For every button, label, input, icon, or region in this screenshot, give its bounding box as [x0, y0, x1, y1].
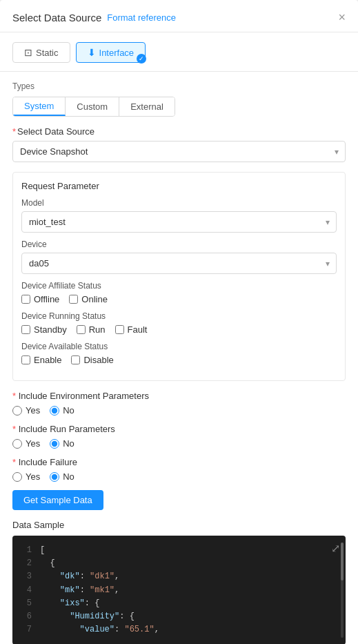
- available-enable-label: Enable: [34, 355, 61, 365]
- close-button[interactable]: ×: [338, 11, 346, 23]
- interface-icon: ⬇: [88, 47, 96, 58]
- line-num-7: 7: [21, 623, 32, 636]
- available-disable-input[interactable]: [71, 355, 80, 364]
- running-status-checkboxes: Standby Run Fault: [21, 324, 337, 335]
- include-failure-yes-input[interactable]: [12, 472, 22, 482]
- available-enable-input[interactable]: [21, 355, 30, 364]
- scrollbar-thumb: [341, 543, 344, 580]
- line-num-1: 1: [21, 544, 32, 557]
- include-env-label: Include Environment Parameters: [12, 391, 346, 401]
- line-num-2: 2: [21, 557, 32, 570]
- running-fault-input[interactable]: [115, 325, 124, 334]
- affiliate-status-label: Device Affiliate Status: [21, 281, 337, 291]
- device-select[interactable]: da05 device_a: [21, 253, 337, 274]
- running-standby-checkbox[interactable]: Standby: [21, 324, 67, 335]
- available-enable-checkbox[interactable]: Enable: [21, 355, 61, 365]
- available-status-label: Device Available Status: [21, 342, 337, 351]
- available-disable-checkbox[interactable]: Disable: [71, 355, 113, 365]
- include-run-label: Include Run Parameters: [12, 424, 346, 434]
- affiliate-online-checkbox[interactable]: Online: [69, 294, 108, 304]
- code-content-5: "ixs": {: [40, 597, 337, 610]
- type-tab-external[interactable]: External: [119, 97, 175, 116]
- device-label: Device: [21, 240, 337, 249]
- affiliate-offline-checkbox[interactable]: Offline: [21, 294, 59, 304]
- include-env-field: Include Environment Parameters Yes No: [12, 391, 346, 416]
- static-label: Static: [36, 48, 59, 58]
- select-datasource-field: Select Data Source Device Snapshot Devic…: [12, 126, 346, 162]
- select-datasource-label: Select Data Source: [12, 126, 346, 137]
- code-content-2: {: [40, 557, 337, 570]
- code-line-3: 3 "dk": "dk1",: [21, 570, 337, 583]
- device-field: Device da05 device_a ▾: [21, 240, 337, 274]
- select-data-source-dialog: Select Data Source Format reference × ⊡ …: [0, 0, 358, 644]
- data-sample-label: Data Sample: [12, 520, 346, 530]
- static-icon: ⊡: [24, 47, 32, 58]
- content-area: Types System Custom External Select Data…: [0, 72, 358, 644]
- include-run-no[interactable]: No: [50, 438, 74, 449]
- include-run-no-label: No: [63, 438, 74, 449]
- include-run-yes-input[interactable]: [12, 439, 22, 449]
- include-env-no-input[interactable]: [50, 406, 59, 416]
- code-content-4: "mk": "mk1",: [40, 584, 337, 597]
- code-block: 1 [ 2 { 3 "dk": "dk1", 4 "mk": "mk1",: [12, 536, 346, 644]
- model-select[interactable]: miot_test model_a: [21, 211, 337, 233]
- interface-label: Interface: [99, 48, 135, 58]
- expand-icon[interactable]: ⤢: [331, 541, 340, 559]
- include-failure-no[interactable]: No: [50, 471, 74, 482]
- device-select-wrapper: da05 device_a ▾: [21, 253, 337, 274]
- include-failure-radios: Yes No: [12, 471, 346, 482]
- types-section: Types System Custom External: [12, 81, 346, 117]
- include-run-radios: Yes No: [12, 438, 346, 449]
- request-parameter-section: Request Parameter Model miot_test model_…: [12, 172, 346, 381]
- running-fault-checkbox[interactable]: Fault: [115, 324, 148, 335]
- type-tab-system[interactable]: System: [13, 97, 66, 116]
- running-run-input[interactable]: [77, 325, 86, 334]
- interface-tab-button[interactable]: ⬇ Interface: [76, 42, 146, 63]
- running-status-label: Device Running Status: [21, 311, 337, 321]
- include-failure-no-label: No: [63, 471, 74, 482]
- select-datasource-select[interactable]: Device Snapshot Device Status Device Lis…: [12, 141, 346, 162]
- code-line-6: 6 "Humidity": {: [21, 610, 337, 623]
- dialog-header: Select Data Source Format reference ×: [0, 0, 358, 32]
- line-num-6: 6: [21, 610, 32, 623]
- running-standby-input[interactable]: [21, 325, 30, 334]
- types-label: Types: [12, 81, 346, 91]
- include-failure-yes-label: Yes: [26, 471, 40, 482]
- affiliate-status-field: Device Affiliate Status Offline Online: [21, 281, 337, 304]
- include-run-field: Include Run Parameters Yes No: [12, 424, 346, 449]
- running-run-label: Run: [89, 324, 106, 335]
- code-line-1: 1 [: [21, 544, 337, 557]
- code-content-6: "Humidity": {: [40, 610, 337, 623]
- include-env-yes-input[interactable]: [12, 406, 22, 416]
- data-sample-section: Data Sample 1 [ 2 { 3 "dk": "dk1", 4 "mk: [12, 520, 346, 644]
- model-select-wrapper: miot_test model_a ▾: [21, 211, 337, 233]
- include-failure-field: Include Failure Yes No: [12, 457, 346, 482]
- line-num-3: 3: [21, 570, 32, 583]
- affiliate-offline-input[interactable]: [21, 295, 30, 304]
- include-failure-yes[interactable]: Yes: [12, 471, 40, 482]
- types-tabs: System Custom External: [12, 97, 175, 117]
- available-status-field: Device Available Status Enable Disable: [21, 342, 337, 365]
- include-env-yes[interactable]: Yes: [12, 405, 40, 416]
- running-standby-label: Standby: [34, 324, 67, 335]
- running-fault-label: Fault: [128, 324, 148, 335]
- line-num-4: 4: [21, 584, 32, 597]
- format-reference-link[interactable]: Format reference: [107, 12, 176, 23]
- model-label: Model: [21, 198, 337, 208]
- affiliate-status-checkboxes: Offline Online: [21, 294, 337, 304]
- affiliate-online-label: Online: [81, 294, 108, 304]
- static-tab-button[interactable]: ⊡ Static: [12, 42, 70, 63]
- type-tab-custom[interactable]: Custom: [66, 97, 119, 116]
- include-run-no-input[interactable]: [50, 439, 59, 449]
- running-run-checkbox[interactable]: Run: [77, 324, 106, 335]
- code-content-7: "value": "65.1",: [40, 623, 337, 636]
- include-run-yes[interactable]: Yes: [12, 438, 40, 449]
- code-line-2: 2 {: [21, 557, 337, 570]
- title-row: Select Data Source Format reference: [12, 12, 176, 23]
- code-line-4: 4 "mk": "mk1",: [21, 584, 337, 597]
- model-field: Model miot_test model_a ▾: [21, 198, 337, 233]
- include-env-no[interactable]: No: [50, 405, 74, 416]
- include-failure-no-input[interactable]: [50, 472, 59, 482]
- get-sample-data-button[interactable]: Get Sample Data: [12, 490, 103, 510]
- affiliate-online-input[interactable]: [69, 295, 78, 304]
